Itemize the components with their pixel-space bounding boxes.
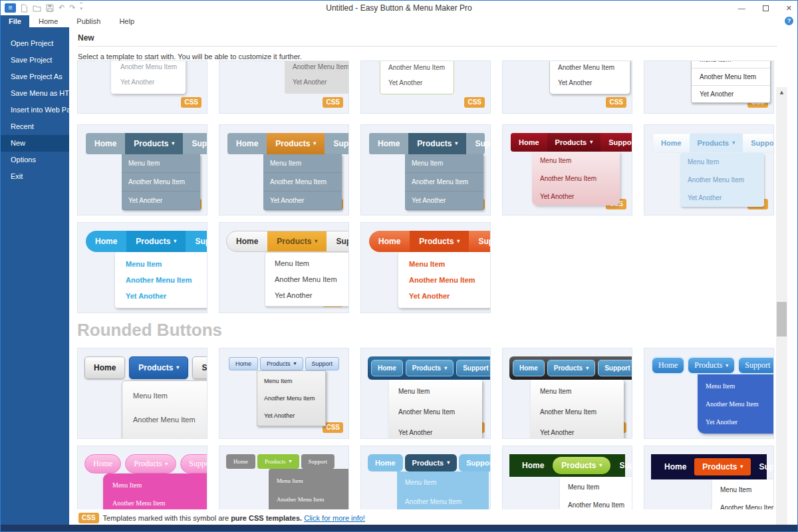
menu-support-button: Support <box>743 134 774 152</box>
template-card[interactable]: HomeProducts▾SupportMenu ItemAnother Men… <box>77 124 207 215</box>
maximize-icon[interactable] <box>763 5 769 11</box>
sidebar-item-options[interactable]: Options <box>1 152 69 168</box>
menu-item-label: Another Menu Item <box>122 173 200 192</box>
sidebar-item-exit[interactable]: Exit <box>1 168 69 185</box>
template-card[interactable]: Another Menu ItemYet AnotherCSS <box>219 61 349 114</box>
menu-item-label: Another Menu Item <box>285 61 349 74</box>
sidebar-item-save-menu-as-html[interactable]: Save Menu as HTML <box>1 85 69 102</box>
sidebar-item-save-project[interactable]: Save Project <box>1 52 69 68</box>
menu-item-label: Menu Item <box>692 61 770 68</box>
app-menu-icon[interactable]: ≡ <box>5 3 16 13</box>
menu-item-label: Yet Another <box>257 407 325 424</box>
new-document-icon[interactable] <box>21 4 28 13</box>
template-card[interactable]: HomeProducts▾SupportMenu ItemAnother Men… <box>360 446 491 509</box>
sidebar-item-new[interactable]: New <box>1 135 69 152</box>
redo-icon[interactable]: ↷ <box>69 3 75 13</box>
menu-item-label: Another Menu Item <box>532 170 620 188</box>
minimize-icon[interactable]: — <box>738 5 745 12</box>
menu-bar-preview: HomeProducts▾Support <box>86 133 207 154</box>
template-card[interactable]: HomeProducts▾SupportMenu ItemAnother Men… <box>644 348 774 439</box>
dropdown-preview: Menu ItemAnother Menu ItemYet Another <box>122 154 200 210</box>
close-icon[interactable]: ✕ <box>786 5 792 12</box>
menu-bar-preview: HomeProducts▾Support <box>226 454 334 469</box>
template-card[interactable]: Menu ItemAnother Menu ItemYet AnotherCSS <box>644 61 774 114</box>
sidebar-item-insert-into-web-page[interactable]: Insert into Web Page <box>1 102 69 118</box>
template-card[interactable]: HomeProducts▾SupportMenu ItemAnother Men… <box>644 124 774 215</box>
template-card[interactable]: HomeProducts▾SupportMenu ItemAnother Men… <box>77 222 207 313</box>
menu-item-label: Menu Item <box>397 473 489 492</box>
menu-support-button: Support <box>301 454 335 469</box>
menu-item-label: Menu Item <box>532 152 620 170</box>
menu-home-button: Home <box>86 231 126 252</box>
menu-bar-preview: HomeProducts▾Support <box>651 356 774 374</box>
template-card[interactable]: HomeProducts▾SupportMenu ItemAnother Men… <box>219 124 349 215</box>
template-row: HomeProducts▾SupportMenu ItemAnother Men… <box>77 124 797 215</box>
template-card[interactable]: HomeProducts▾SupportMenu ItemAnother Men… <box>644 446 774 509</box>
menu-item-label: Yet Another <box>265 287 349 303</box>
sidebar-item-open-project[interactable]: Open Project <box>1 35 69 52</box>
tab-publish[interactable]: Publish <box>67 15 110 27</box>
menu-home-button: Home <box>84 454 121 473</box>
menu-products-button: Products▾ <box>547 133 601 152</box>
help-icon[interactable]: ? <box>785 17 793 25</box>
menu-item-label: Another Menu Item <box>560 496 632 509</box>
tab-file[interactable]: File <box>1 15 29 27</box>
tab-home[interactable]: Home <box>29 15 67 27</box>
template-card[interactable]: Another Menu ItemYet AnotherCSS <box>502 61 632 114</box>
dropdown-preview: Menu ItemAnother Menu ItemYet Another <box>698 374 774 434</box>
template-card[interactable]: HomeProducts▾SupportMenu ItemAnother Men… <box>502 446 632 509</box>
undo-icon[interactable]: ↶ <box>59 3 65 13</box>
template-card[interactable]: HomeProducts▾SupportMenu ItemAnother Men… <box>77 446 207 509</box>
template-card[interactable]: HomeProducts▾SupportMenu ItemAnother Men… <box>219 222 349 313</box>
menu-bar-preview: HomeProducts▾Support <box>84 454 207 473</box>
menu-support-button: Support <box>751 458 774 475</box>
page-subtitle: Select a template to start with. You wil… <box>78 47 777 61</box>
menu-item-label: Yet Another <box>531 422 624 439</box>
menu-item-label: Another Menu Item <box>531 402 624 422</box>
menu-products-button: Products▾ <box>690 134 743 152</box>
vertical-scrollbar[interactable]: ▲ ▼ <box>776 87 787 532</box>
menu-home-button: Home <box>226 454 255 469</box>
menu-home-button: Home <box>656 458 694 475</box>
dropdown-arrow-icon: ▾ <box>586 366 589 371</box>
scrollbar-thumb[interactable] <box>777 302 787 336</box>
template-grid: Another Menu ItemYet AnotherCSSAnother M… <box>69 61 797 509</box>
open-folder-icon[interactable] <box>33 5 41 12</box>
menu-item-label: Yet Another <box>398 288 491 304</box>
menu-bar-preview: HomeProducts▾Support <box>368 356 491 380</box>
menu-item-label: Yet Another <box>550 75 630 90</box>
dropdown-arrow-icon: ▾ <box>457 239 460 244</box>
menu-bar-preview: HomeProducts▾Support <box>509 356 632 380</box>
tab-help[interactable]: Help <box>110 15 144 27</box>
scroll-up-icon[interactable]: ▲ <box>776 87 787 98</box>
template-card[interactable]: Another Menu ItemYet AnotherCSS <box>360 61 491 114</box>
more-info-link[interactable]: Click for more info! <box>304 514 365 522</box>
template-card[interactable]: HomeProducts▾SupportMenu ItemAnother Men… <box>360 222 491 313</box>
menu-support-button: Support <box>598 360 632 376</box>
title-bar: ≡ ↶ ↷ ▾ Untitled - Easy Button & Menu Ma… <box>1 1 797 15</box>
menu-bar-preview: HomeProducts▾Support <box>369 133 485 154</box>
app-window: { "window": { "title": "Untitled - Easy … <box>0 0 798 532</box>
menu-bar-preview: HomeProducts▾Support <box>509 454 625 477</box>
menu-item-label: Another Menu Item <box>257 390 325 407</box>
template-card[interactable]: HomeProducts▾SupportMenu ItemAnother Men… <box>502 124 632 215</box>
template-card[interactable]: HomeProducts▾SupportMenu ItemAnother Men… <box>360 348 491 439</box>
dropdown-preview: Menu ItemAnother Menu ItemYet Another <box>122 380 207 439</box>
section-header: Rounded Buttons <box>77 320 797 340</box>
template-card[interactable]: HomeProducts▾SupportMenu ItemAnother Men… <box>502 348 632 439</box>
dropdown-preview: Menu ItemAnother Menu ItemYet Another <box>712 479 774 509</box>
sidebar-item-recent[interactable]: Recent <box>1 118 69 135</box>
menu-support-button: Support <box>305 357 340 370</box>
dropdown-preview: Menu ItemAnother Menu ItemYet Another <box>115 252 207 308</box>
save-icon[interactable] <box>46 4 54 12</box>
sidebar-item-save-project-as[interactable]: Save Project As <box>1 68 69 85</box>
menu-support-button: Support <box>456 360 491 376</box>
main-content: New Select a template to start with. You… <box>69 27 797 525</box>
menu-item-label: Yet Another <box>692 85 770 102</box>
template-card[interactable]: HomeProducts▾SupportMenu ItemAnother Men… <box>360 124 491 215</box>
template-card[interactable]: Another Menu ItemYet AnotherCSS <box>77 61 207 114</box>
template-card[interactable]: HomeProducts▾SupportMenu ItemAnother Men… <box>219 446 349 509</box>
template-card[interactable]: HomeProducts▾SupportMenu ItemAnother Men… <box>219 348 349 439</box>
customize-qat-icon[interactable]: ▾ <box>80 3 82 13</box>
template-card[interactable]: HomeProducts▾SupportMenu ItemAnother Men… <box>77 348 207 439</box>
